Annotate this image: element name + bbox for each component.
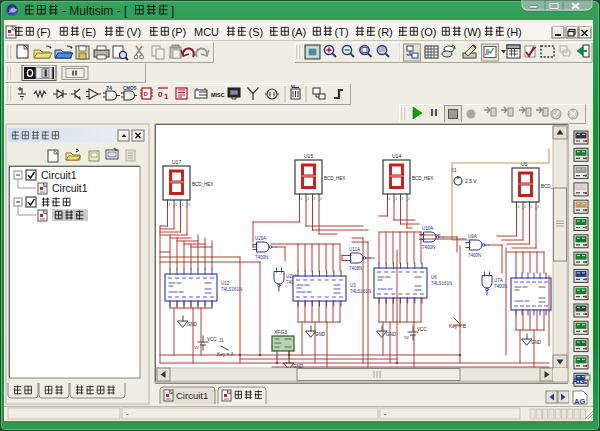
svg-text:U12: U12 (221, 281, 230, 286)
svg-text:1: 1 (169, 203, 171, 207)
svg-text:(R): (R) (378, 26, 393, 38)
svg-text:1: 1 (402, 197, 404, 201)
svg-text:5V: 5V (194, 345, 199, 350)
svg-text:1: 1 (531, 205, 533, 209)
svg-text:MISC: MISC (211, 92, 225, 98)
svg-text:(S): (S) (249, 26, 264, 38)
svg-text:NI: NI (291, 84, 295, 89)
svg-text:U6: U6 (431, 275, 437, 280)
svg-text:U3: U3 (350, 283, 356, 288)
svg-text:-: - (126, 409, 129, 418)
svg-text:XFG3: XFG3 (274, 329, 287, 335)
svg-text:7400N: 7400N (468, 253, 481, 258)
svg-text:7408N: 7408N (349, 266, 362, 271)
svg-text:2.5 V: 2.5 V (465, 178, 477, 184)
svg-text:1: 1 (182, 203, 184, 207)
svg-text:GND: GND (531, 340, 542, 345)
svg-text:MCU: MCU (194, 26, 219, 38)
svg-text:(V): (V) (127, 26, 142, 38)
svg-text:GND: GND (187, 322, 198, 327)
svg-text:U20A: U20A (255, 236, 266, 241)
svg-text:]: ] (171, 4, 174, 18)
svg-text:AG: AG (572, 376, 585, 386)
svg-text:1: 1 (537, 205, 539, 209)
svg-text:1: 1 (408, 197, 410, 201)
svg-text:1: 1 (320, 197, 322, 201)
svg-text:- Multisim - [: - Multisim - [ (62, 4, 128, 18)
svg-text:Circuit1: Circuit1 (52, 182, 88, 194)
svg-text:7400N: 7400N (494, 284, 507, 289)
svg-text:U14: U14 (392, 153, 401, 159)
svg-text:1: 1 (395, 197, 397, 201)
svg-text:1: 1 (314, 197, 316, 201)
svg-text:U9A: U9A (468, 234, 477, 239)
svg-text:(H): (H) (507, 26, 522, 38)
svg-text:1: 1 (188, 203, 190, 207)
svg-text:U5: U5 (521, 161, 528, 167)
svg-text:1: 1 (518, 205, 520, 209)
svg-text:Key = A: Key = A (217, 352, 234, 357)
svg-text:(P): (P) (172, 26, 187, 38)
svg-text:U15: U15 (304, 153, 313, 159)
svg-text:7400N: 7400N (255, 255, 268, 260)
svg-text:GND: GND (315, 332, 326, 337)
svg-text:1: 1 (175, 203, 177, 207)
svg-text:1: 1 (164, 92, 169, 101)
svg-text:74LS161N: 74LS161N (431, 281, 452, 286)
svg-text:VCC: VCC (207, 337, 217, 342)
svg-text:AG: AG (574, 397, 585, 406)
svg-text:5V: 5V (404, 335, 409, 340)
svg-text:(E): (E) (82, 26, 97, 38)
svg-text:(O): (O) (421, 26, 437, 38)
svg-text:GND: GND (386, 332, 397, 337)
svg-text:BCD_HEX: BCD_HEX (192, 182, 213, 187)
svg-text:(W): (W) (464, 26, 482, 38)
svg-text:U17: U17 (172, 159, 181, 165)
svg-text:Circuit1: Circuit1 (176, 390, 208, 401)
svg-text:BCD_HEX: BCD_HEX (324, 176, 345, 181)
svg-text:7400N: 7400N (422, 245, 435, 250)
svg-text:BCD_: BCD_ (541, 184, 554, 189)
svg-text:BCD_HEX: BCD_HEX (412, 176, 433, 181)
svg-text:-: - (384, 409, 387, 418)
svg-text:J1: J1 (219, 338, 224, 343)
svg-text:(A): (A) (292, 26, 307, 38)
svg-text:U7A: U7A (494, 278, 503, 283)
svg-text:U11A: U11A (349, 247, 360, 252)
svg-text:CMOS: CMOS (123, 86, 137, 91)
svg-text:Circuit1: Circuit1 (41, 169, 77, 181)
svg-text:D: D (144, 91, 149, 97)
svg-text:(T): (T) (335, 26, 349, 38)
svg-text:1: 1 (389, 197, 391, 201)
svg-text:0: 0 (158, 90, 163, 99)
svg-text:74LS161N: 74LS161N (221, 287, 242, 292)
svg-text:U10A: U10A (422, 226, 433, 231)
svg-text:1: 1 (524, 205, 526, 209)
svg-text:74: 74 (106, 85, 113, 91)
svg-text:VCC: VCC (417, 327, 427, 332)
svg-text:(F): (F) (37, 26, 51, 38)
svg-text:1: 1 (301, 197, 303, 201)
svg-text:1: 1 (307, 197, 309, 201)
